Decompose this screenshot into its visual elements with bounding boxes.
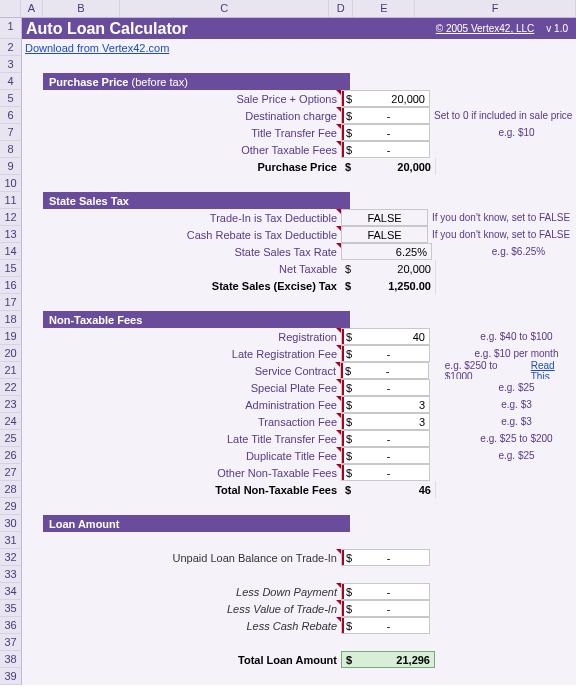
row-header[interactable]: 22 bbox=[0, 379, 22, 396]
section-header-tax: State Sales Tax bbox=[43, 192, 350, 209]
row-header[interactable]: 24 bbox=[0, 413, 22, 430]
row-header[interactable]: 20 bbox=[0, 345, 22, 362]
row-header[interactable]: 34 bbox=[0, 583, 22, 600]
input-service-contract[interactable]: $- bbox=[340, 362, 429, 379]
column-headers: A B C D E F bbox=[0, 0, 576, 18]
row-header[interactable]: 3 bbox=[0, 56, 22, 73]
download-link[interactable]: Download from Vertex42.com bbox=[22, 39, 169, 56]
row-header[interactable]: 9 bbox=[0, 158, 22, 175]
input-sale-price[interactable]: $20,000 bbox=[341, 90, 430, 107]
cell-tax-rate[interactable]: 6.25% bbox=[341, 243, 432, 260]
section-header-purchase: Purchase Price (before tax) bbox=[43, 73, 350, 90]
row-header[interactable]: 37 bbox=[0, 634, 22, 651]
input-late-reg[interactable]: $- bbox=[341, 345, 430, 362]
row-header[interactable]: 4 bbox=[0, 73, 22, 90]
hint: e.g. $6.25% bbox=[432, 243, 576, 260]
input-other-nontax[interactable]: $- bbox=[341, 464, 430, 481]
label-tax-total: State Sales (Excise) Tax bbox=[43, 277, 341, 294]
row-header[interactable]: 14 bbox=[0, 243, 22, 260]
row-header[interactable]: 16 bbox=[0, 277, 22, 294]
label-special-plate: Special Plate Fee bbox=[43, 379, 341, 396]
section-header-loan: Loan Amount bbox=[43, 515, 350, 532]
title-banner: Auto Loan Calculator © 2005 Vertex42, LL… bbox=[22, 18, 576, 39]
label-other-nontax: Other Non-Taxable Fees bbox=[43, 464, 341, 481]
row-header[interactable]: 15 bbox=[0, 260, 22, 277]
label-unpaid-balance: Unpaid Loan Balance on Trade-In bbox=[43, 549, 341, 566]
input-registration[interactable]: $40 bbox=[341, 328, 430, 345]
col-header-b[interactable]: B bbox=[43, 0, 120, 17]
row-header[interactable]: 21 bbox=[0, 362, 22, 379]
hint: Set to 0 if included in sale price bbox=[430, 107, 572, 124]
input-less-down[interactable]: $- bbox=[341, 583, 430, 600]
row-header[interactable]: 10 bbox=[0, 175, 22, 192]
row-header[interactable]: 19 bbox=[0, 328, 22, 345]
input-duplicate-title[interactable]: $- bbox=[341, 447, 430, 464]
row-header[interactable]: 26 bbox=[0, 447, 22, 464]
input-unpaid-balance[interactable]: $- bbox=[341, 549, 430, 566]
input-transaction-fee[interactable]: $3 bbox=[341, 413, 430, 430]
label-purchase-total: Purchase Price bbox=[43, 158, 341, 175]
hint: e.g. $250 to $1000 Read This bbox=[429, 362, 576, 379]
row-header[interactable]: 5 bbox=[0, 90, 22, 107]
row-header[interactable]: 8 bbox=[0, 141, 22, 158]
label-less-tradein: Less Value of Trade-In bbox=[43, 600, 341, 617]
section-subtitle: (before tax) bbox=[132, 76, 188, 88]
input-less-tradein[interactable]: $- bbox=[341, 600, 430, 617]
cell-loan-total: $21,296 bbox=[341, 651, 435, 668]
row-header[interactable]: 38 bbox=[0, 651, 22, 668]
row-header[interactable]: 11 bbox=[0, 192, 22, 209]
input-less-rebate[interactable]: $- bbox=[341, 617, 430, 634]
row-header[interactable]: 32 bbox=[0, 549, 22, 566]
row-header[interactable]: 18 bbox=[0, 311, 22, 328]
row-header[interactable]: 39 bbox=[0, 668, 22, 685]
row-header[interactable]: 29 bbox=[0, 498, 22, 515]
spreadsheet: A B C D E F 1 Auto Loan Calculator © 200… bbox=[0, 0, 576, 687]
row-header-1[interactable]: 1 bbox=[0, 18, 22, 39]
cell-trade-in-deduct[interactable]: FALSE bbox=[341, 209, 428, 226]
input-admin-fee[interactable]: $3 bbox=[341, 396, 430, 413]
hint: If you don't know, set to FALSE bbox=[428, 226, 570, 243]
row-header[interactable]: 12 bbox=[0, 209, 22, 226]
input-late-title[interactable]: $- bbox=[341, 430, 430, 447]
section-header-fees: Non-Taxable Fees bbox=[43, 311, 350, 328]
col-header-d[interactable]: D bbox=[329, 0, 353, 17]
col-header-e[interactable]: E bbox=[353, 0, 415, 17]
row-header[interactable]: 33 bbox=[0, 566, 22, 583]
label-late-reg: Late Registration Fee bbox=[43, 345, 341, 362]
label-admin-fee: Administration Fee bbox=[43, 396, 341, 413]
label-destination: Destination charge bbox=[43, 107, 341, 124]
input-title-transfer[interactable]: $- bbox=[341, 124, 430, 141]
row-header[interactable]: 17 bbox=[0, 294, 22, 311]
hint: e.g. $10 bbox=[430, 124, 576, 141]
row-header[interactable]: 36 bbox=[0, 617, 22, 634]
hint: e.g. $3 bbox=[430, 396, 576, 413]
row-header[interactable]: 13 bbox=[0, 226, 22, 243]
input-other-taxable[interactable]: $- bbox=[341, 141, 430, 158]
row-header[interactable]: 31 bbox=[0, 532, 22, 549]
row-header[interactable]: 25 bbox=[0, 430, 22, 447]
cell-net-taxable: $20,000 bbox=[341, 260, 436, 277]
cell-cash-rebate-deduct[interactable]: FALSE bbox=[341, 226, 428, 243]
row-header-2[interactable]: 2 bbox=[0, 39, 22, 56]
row-header[interactable]: 35 bbox=[0, 600, 22, 617]
row-header[interactable]: 23 bbox=[0, 396, 22, 413]
label-transaction-fee: Transaction Fee bbox=[43, 413, 341, 430]
hint: e.g. $3 bbox=[430, 413, 576, 430]
comment-indicator-icon bbox=[336, 243, 341, 248]
cell-fees-total: $46 bbox=[341, 481, 436, 498]
label-net-taxable: Net Taxable bbox=[43, 260, 341, 277]
col-header-c[interactable]: C bbox=[120, 0, 329, 17]
row-header[interactable]: 30 bbox=[0, 515, 22, 532]
input-special-plate[interactable]: $- bbox=[341, 379, 430, 396]
version-text: v 1.0 bbox=[546, 23, 568, 34]
label-other-taxable: Other Taxable Fees bbox=[43, 141, 341, 158]
row-header[interactable]: 7 bbox=[0, 124, 22, 141]
input-destination[interactable]: $- bbox=[341, 107, 430, 124]
comment-indicator-icon bbox=[336, 209, 341, 214]
col-header-f[interactable]: F bbox=[415, 0, 576, 17]
row-header[interactable]: 27 bbox=[0, 464, 22, 481]
row-header[interactable]: 28 bbox=[0, 481, 22, 498]
col-header-a[interactable]: A bbox=[21, 0, 42, 17]
label-loan-total: Total Loan Amount bbox=[43, 651, 341, 668]
row-header[interactable]: 6 bbox=[0, 107, 22, 124]
